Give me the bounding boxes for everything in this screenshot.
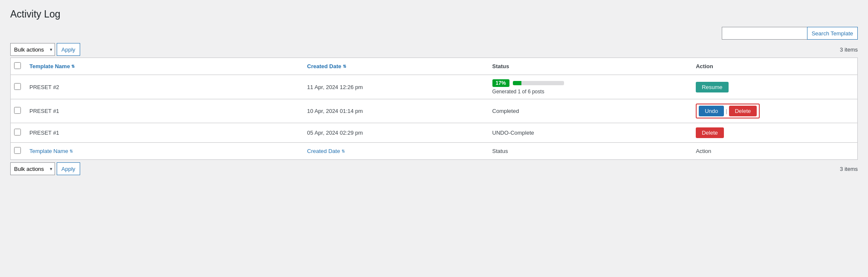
row1-resume-button[interactable]: Resume [696, 82, 728, 92]
row2-template-name: PRESET #1 [24, 99, 302, 123]
table-header-row: Template Name ⇅ Created Date ⇅ Status [11, 58, 857, 75]
header-action: Action [691, 58, 857, 75]
header-created-date: Created Date ⇅ [302, 58, 487, 75]
row1-progress-bar-fill [513, 81, 521, 85]
footer-created-date-sort-icon: ⇅ [341, 149, 345, 153]
template-name-sort-link[interactable]: Template Name ⇅ [29, 63, 75, 69]
table-row: PRESET #2 11 Apr, 2024 12:26 pm 17% Gene… [11, 75, 857, 99]
table-footer-header-row: Template Name ⇅ Created Date ⇅ Status [11, 143, 857, 160]
bulk-actions-wrapper-top: Bulk actions [10, 43, 55, 56]
row1-status: 17% Generated 1 of 6 posts [487, 75, 691, 99]
top-toolbar: Bulk actions Apply 3 items [10, 43, 858, 56]
header-template-name: Template Name ⇅ [24, 58, 302, 75]
search-template-button[interactable]: Search Template [807, 27, 858, 40]
select-all-checkbox[interactable] [14, 62, 21, 69]
row2-undo-button[interactable]: Undo [699, 106, 724, 116]
row1-progress-badge: 17% [492, 79, 509, 87]
row3-action: Delete [691, 123, 857, 143]
row3-created-date: 05 Apr, 2024 02:29 pm [302, 123, 487, 143]
bottom-toolbar: Bulk actions Apply 3 items [10, 162, 858, 175]
row2-created-date: 10 Apr, 2024 01:14 pm [302, 99, 487, 123]
row2-checkbox[interactable] [14, 107, 21, 114]
footer-header-checkbox-cell [11, 143, 24, 160]
row2-checkbox-cell [11, 99, 24, 123]
row2-status: Completed [487, 99, 691, 123]
template-name-sort-icon: ⇅ [71, 64, 75, 69]
row1-progress-bar-bg [513, 81, 564, 85]
row1-template-name: PRESET #2 [24, 75, 302, 99]
row2-action-highlight: Undo | Delete [696, 104, 760, 118]
items-count-bottom: 3 items [840, 166, 858, 172]
row3-status: UNDO-Complete [487, 123, 691, 143]
row1-checkbox-cell [11, 75, 24, 99]
top-toolbar-left: Bulk actions Apply [10, 43, 80, 56]
row2-separator: | [726, 108, 727, 114]
row2-action: Undo | Delete [691, 99, 857, 123]
items-count-top: 3 items [840, 46, 858, 53]
bulk-actions-wrapper-bottom: Bulk actions [10, 162, 55, 175]
search-area: Search Template [722, 27, 858, 40]
row1-progress-bar-row: 17% [492, 79, 686, 87]
footer-header-action: Action [691, 143, 857, 160]
table-row: PRESET #1 05 Apr, 2024 02:29 pm UNDO-Com… [11, 123, 857, 143]
footer-template-name-sort-icon: ⇅ [69, 149, 73, 153]
footer-header-created-date: Created Date ⇅ [302, 143, 487, 160]
top-bar: Search Template [10, 27, 858, 40]
row1-created-date: 11 Apr, 2024 12:26 pm [302, 75, 487, 99]
bottom-toolbar-left: Bulk actions Apply [10, 162, 80, 175]
header-status: Status [487, 58, 691, 75]
row3-template-name: PRESET #1 [24, 123, 302, 143]
footer-header-template-name: Template Name ⇅ [24, 143, 302, 160]
row3-checkbox[interactable] [14, 129, 21, 136]
table-row: PRESET #1 10 Apr, 2024 01:14 pm Complete… [11, 99, 857, 123]
bulk-actions-select-bottom[interactable]: Bulk actions [10, 162, 55, 175]
row1-progress-label: Generated 1 of 6 posts [492, 89, 686, 95]
apply-button-top[interactable]: Apply [57, 43, 80, 56]
footer-select-all-checkbox[interactable] [14, 147, 21, 154]
row1-action: Resume [691, 75, 857, 99]
created-date-sort-icon: ⇅ [343, 64, 346, 69]
footer-template-name-sort-link[interactable]: Template Name ⇅ [29, 148, 73, 154]
page-title: Activity Log [10, 9, 858, 20]
bulk-actions-select-top[interactable]: Bulk actions [10, 43, 55, 56]
activity-table: Template Name ⇅ Created Date ⇅ Status [11, 58, 857, 159]
created-date-sort-link[interactable]: Created Date ⇅ [307, 63, 346, 69]
row3-checkbox-cell [11, 123, 24, 143]
row1-progress-wrap: 17% Generated 1 of 6 posts [492, 79, 686, 95]
activity-table-wrap: Template Name ⇅ Created Date ⇅ Status [10, 58, 858, 160]
footer-header-status: Status [487, 143, 691, 160]
apply-button-bottom[interactable]: Apply [57, 162, 80, 175]
search-input[interactable] [722, 27, 807, 40]
footer-created-date-sort-link[interactable]: Created Date ⇅ [307, 148, 344, 154]
row1-checkbox[interactable] [14, 83, 21, 90]
row3-delete-button[interactable]: Delete [696, 127, 724, 138]
header-checkbox-cell [11, 58, 24, 75]
row2-delete-button[interactable]: Delete [729, 106, 757, 116]
